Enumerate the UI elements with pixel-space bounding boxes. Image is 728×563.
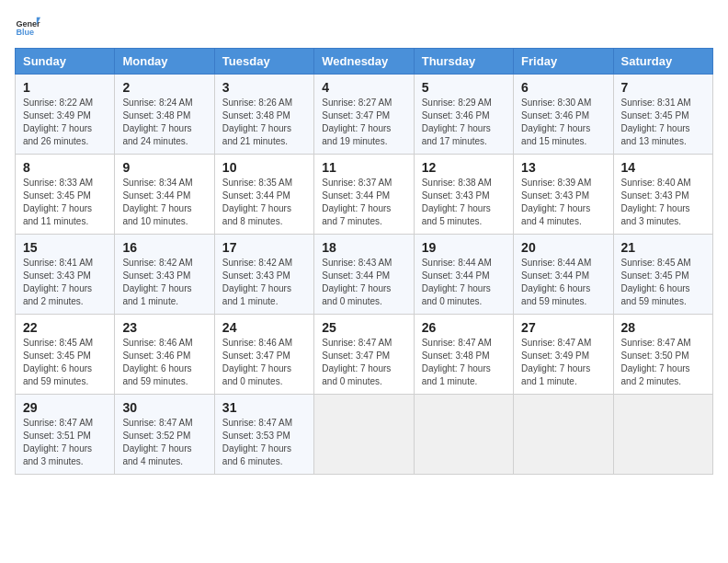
calendar-day-cell: 14 Sunrise: 8:40 AM Sunset: 3:43 PM Dayl… [613, 155, 712, 235]
calendar-day-cell: 2 Sunrise: 8:24 AM Sunset: 3:48 PM Dayli… [115, 75, 214, 155]
calendar-day-cell: 25 Sunrise: 8:47 AM Sunset: 3:47 PM Dayl… [314, 315, 414, 395]
day-number: 28 [621, 320, 705, 335]
day-number: 23 [122, 320, 206, 335]
calendar-week-row: 8 Sunrise: 8:33 AM Sunset: 3:45 PM Dayli… [16, 155, 713, 235]
calendar-day-cell: 19 Sunrise: 8:44 AM Sunset: 3:44 PM Dayl… [414, 235, 513, 315]
day-info: Sunrise: 8:47 AM Sunset: 3:53 PM Dayligh… [222, 417, 306, 468]
calendar-day-cell: 26 Sunrise: 8:47 AM Sunset: 3:48 PM Dayl… [414, 315, 513, 395]
day-number: 6 [521, 80, 605, 95]
day-number: 16 [122, 240, 206, 255]
day-number: 20 [521, 240, 605, 255]
day-number: 29 [23, 400, 107, 415]
svg-text:Blue: Blue [16, 28, 34, 37]
day-info: Sunrise: 8:46 AM Sunset: 3:47 PM Dayligh… [222, 337, 306, 388]
day-info: Sunrise: 8:47 AM Sunset: 3:49 PM Dayligh… [521, 337, 605, 388]
calendar-week-row: 15 Sunrise: 8:41 AM Sunset: 3:43 PM Dayl… [16, 235, 713, 315]
day-info: Sunrise: 8:35 AM Sunset: 3:44 PM Dayligh… [222, 177, 306, 228]
calendar-week-row: 22 Sunrise: 8:45 AM Sunset: 3:45 PM Dayl… [16, 315, 713, 395]
day-number: 12 [422, 160, 506, 175]
day-number: 9 [122, 160, 206, 175]
calendar-day-cell: 7 Sunrise: 8:31 AM Sunset: 3:45 PM Dayli… [613, 75, 712, 155]
day-number: 7 [621, 80, 705, 95]
calendar-day-cell: 8 Sunrise: 8:33 AM Sunset: 3:45 PM Dayli… [16, 155, 115, 235]
day-info: Sunrise: 8:37 AM Sunset: 3:44 PM Dayligh… [322, 177, 405, 228]
day-number: 26 [422, 320, 506, 335]
day-info: Sunrise: 8:44 AM Sunset: 3:44 PM Dayligh… [521, 257, 605, 308]
calendar-day-cell [414, 395, 513, 475]
calendar-day-header: Monday [115, 49, 214, 75]
calendar-table: SundayMondayTuesdayWednesdayThursdayFrid… [15, 48, 713, 475]
day-info: Sunrise: 8:46 AM Sunset: 3:46 PM Dayligh… [122, 337, 206, 388]
calendar-day-cell: 3 Sunrise: 8:26 AM Sunset: 3:48 PM Dayli… [214, 75, 313, 155]
day-info: Sunrise: 8:33 AM Sunset: 3:45 PM Dayligh… [23, 177, 107, 228]
day-info: Sunrise: 8:27 AM Sunset: 3:47 PM Dayligh… [322, 97, 405, 148]
day-info: Sunrise: 8:42 AM Sunset: 3:43 PM Dayligh… [222, 257, 306, 308]
calendar-day-cell: 27 Sunrise: 8:47 AM Sunset: 3:49 PM Dayl… [514, 315, 613, 395]
calendar-day-cell: 22 Sunrise: 8:45 AM Sunset: 3:45 PM Dayl… [16, 315, 115, 395]
day-number: 17 [222, 240, 306, 255]
day-number: 27 [521, 320, 605, 335]
calendar-header-row: SundayMondayTuesdayWednesdayThursdayFrid… [16, 49, 713, 75]
calendar-day-cell: 24 Sunrise: 8:46 AM Sunset: 3:47 PM Dayl… [214, 315, 313, 395]
calendar-day-cell: 31 Sunrise: 8:47 AM Sunset: 3:53 PM Dayl… [214, 395, 313, 475]
day-info: Sunrise: 8:38 AM Sunset: 3:43 PM Dayligh… [422, 177, 506, 228]
day-info: Sunrise: 8:45 AM Sunset: 3:45 PM Dayligh… [621, 257, 705, 308]
day-number: 24 [222, 320, 306, 335]
calendar-day-cell: 12 Sunrise: 8:38 AM Sunset: 3:43 PM Dayl… [414, 155, 513, 235]
calendar-day-cell: 29 Sunrise: 8:47 AM Sunset: 3:51 PM Dayl… [16, 395, 115, 475]
day-info: Sunrise: 8:26 AM Sunset: 3:48 PM Dayligh… [222, 97, 306, 148]
day-number: 30 [122, 400, 206, 415]
calendar-day-cell: 21 Sunrise: 8:45 AM Sunset: 3:45 PM Dayl… [613, 235, 712, 315]
day-info: Sunrise: 8:31 AM Sunset: 3:45 PM Dayligh… [621, 97, 705, 148]
day-number: 4 [322, 80, 405, 95]
calendar-week-row: 29 Sunrise: 8:47 AM Sunset: 3:51 PM Dayl… [16, 395, 713, 475]
day-info: Sunrise: 8:22 AM Sunset: 3:49 PM Dayligh… [23, 97, 107, 148]
day-number: 15 [23, 240, 107, 255]
calendar-day-cell: 5 Sunrise: 8:29 AM Sunset: 3:46 PM Dayli… [414, 75, 513, 155]
day-info: Sunrise: 8:47 AM Sunset: 3:48 PM Dayligh… [422, 337, 506, 388]
day-info: Sunrise: 8:24 AM Sunset: 3:48 PM Dayligh… [122, 97, 206, 148]
day-number: 11 [322, 160, 405, 175]
day-number: 25 [322, 320, 405, 335]
day-number: 13 [521, 160, 605, 175]
calendar-day-cell: 16 Sunrise: 8:42 AM Sunset: 3:43 PM Dayl… [115, 235, 214, 315]
calendar-day-cell [314, 395, 414, 475]
day-info: Sunrise: 8:43 AM Sunset: 3:44 PM Dayligh… [322, 257, 405, 308]
calendar-day-cell: 9 Sunrise: 8:34 AM Sunset: 3:44 PM Dayli… [115, 155, 214, 235]
day-number: 8 [23, 160, 107, 175]
day-number: 14 [621, 160, 705, 175]
day-number: 10 [222, 160, 306, 175]
calendar-day-header: Tuesday [214, 49, 313, 75]
day-info: Sunrise: 8:30 AM Sunset: 3:46 PM Dayligh… [521, 97, 605, 148]
calendar-day-cell [613, 395, 712, 475]
logo-icon: General Blue [15, 15, 40, 40]
day-info: Sunrise: 8:47 AM Sunset: 3:47 PM Dayligh… [322, 337, 405, 388]
day-info: Sunrise: 8:40 AM Sunset: 3:43 PM Dayligh… [621, 177, 705, 228]
calendar-day-cell: 4 Sunrise: 8:27 AM Sunset: 3:47 PM Dayli… [314, 75, 414, 155]
page-header: General Blue [15, 15, 713, 40]
calendar-day-cell: 1 Sunrise: 8:22 AM Sunset: 3:49 PM Dayli… [16, 75, 115, 155]
calendar-day-cell: 18 Sunrise: 8:43 AM Sunset: 3:44 PM Dayl… [314, 235, 414, 315]
day-number: 3 [222, 80, 306, 95]
day-info: Sunrise: 8:47 AM Sunset: 3:50 PM Dayligh… [621, 337, 705, 388]
day-info: Sunrise: 8:42 AM Sunset: 3:43 PM Dayligh… [122, 257, 206, 308]
day-number: 5 [422, 80, 506, 95]
calendar-day-cell: 11 Sunrise: 8:37 AM Sunset: 3:44 PM Dayl… [314, 155, 414, 235]
day-number: 21 [621, 240, 705, 255]
logo: General Blue [15, 15, 40, 40]
day-number: 2 [122, 80, 206, 95]
calendar-body: 1 Sunrise: 8:22 AM Sunset: 3:49 PM Dayli… [16, 75, 713, 475]
calendar-day-cell: 30 Sunrise: 8:47 AM Sunset: 3:52 PM Dayl… [115, 395, 214, 475]
calendar-day-cell: 15 Sunrise: 8:41 AM Sunset: 3:43 PM Dayl… [16, 235, 115, 315]
calendar-day-cell: 17 Sunrise: 8:42 AM Sunset: 3:43 PM Dayl… [214, 235, 313, 315]
calendar-day-cell: 28 Sunrise: 8:47 AM Sunset: 3:50 PM Dayl… [613, 315, 712, 395]
calendar-day-header: Wednesday [314, 49, 414, 75]
calendar-day-header: Sunday [16, 49, 115, 75]
day-info: Sunrise: 8:41 AM Sunset: 3:43 PM Dayligh… [23, 257, 107, 308]
calendar-day-cell: 6 Sunrise: 8:30 AM Sunset: 3:46 PM Dayli… [514, 75, 613, 155]
calendar-day-cell [514, 395, 613, 475]
day-number: 19 [422, 240, 506, 255]
day-number: 31 [222, 400, 306, 415]
day-info: Sunrise: 8:47 AM Sunset: 3:51 PM Dayligh… [23, 417, 107, 468]
day-info: Sunrise: 8:47 AM Sunset: 3:52 PM Dayligh… [122, 417, 206, 468]
